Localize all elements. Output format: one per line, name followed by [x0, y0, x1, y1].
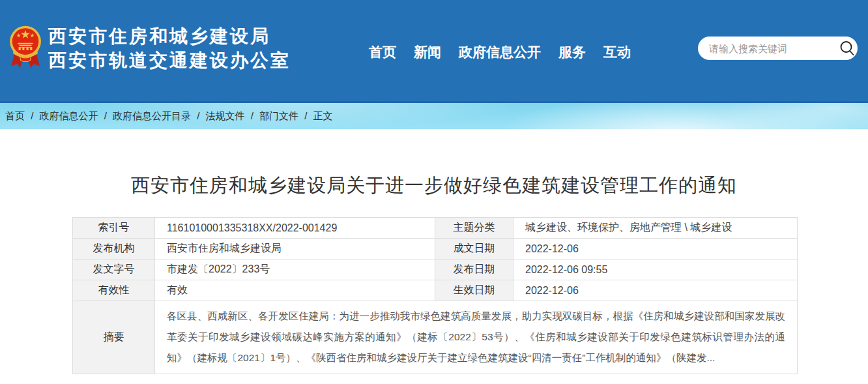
search-icon: [839, 40, 856, 57]
meta-label-issuing-agency: 发布机构: [73, 239, 155, 259]
meta-value-topic-category: 城乡建设、环境保护、房地产管理 \ 城乡建设: [514, 218, 798, 239]
site-title-line1: 西安市住房和城乡建设局: [48, 24, 291, 48]
meta-label-publish-date: 发布日期: [435, 259, 514, 280]
breadcrumb-separator: /: [251, 110, 253, 121]
breadcrumb-regulations[interactable]: 法规文件: [206, 110, 245, 121]
meta-row: 发文字号 市建发〔2022〕233号 发布日期 2022-12-06 09:55: [73, 259, 798, 280]
meta-label-validity: 有效性: [73, 280, 155, 301]
meta-row: 有效性 有效 生效日期 2022-12-06: [73, 280, 798, 301]
breadcrumb-separator: /: [31, 110, 33, 121]
breadcrumb-department-docs[interactable]: 部门文件: [259, 110, 298, 121]
meta-row-summary: 摘要 各区县、西咸新区、各开发区住建局：为进一步推动我市绿色建筑高质量发展，助力…: [73, 301, 798, 374]
site-title-line2: 西安市轨道交通建设办公室: [48, 48, 291, 72]
breadcrumb-gov-info[interactable]: 政府信息公开: [40, 110, 98, 121]
national-emblem-icon: [8, 22, 42, 74]
meta-label-effective-date: 生效日期: [435, 280, 514, 301]
document-title: 西安市住房和城乡建设局关于进一步做好绿色建筑建设管理工作的通知: [0, 173, 868, 199]
breadcrumb-separator: /: [197, 110, 199, 121]
meta-row: 索引号 1161010001335318XX/2022-001429 主题分类 …: [73, 218, 798, 239]
nav-item-home[interactable]: 首页: [369, 43, 396, 61]
nav-item-interaction[interactable]: 互动: [603, 43, 631, 61]
meta-label-document-number: 发文字号: [73, 259, 155, 280]
breadcrumb-home[interactable]: 首页: [5, 110, 25, 121]
nav-item-services[interactable]: 服务: [558, 43, 586, 61]
nav-item-news[interactable]: 新闻: [414, 43, 441, 61]
breadcrumb-gov-info-catalog[interactable]: 政府信息公开目录: [113, 110, 191, 121]
breadcrumb-separator: /: [104, 110, 107, 121]
main-nav: 首页 新闻 政府信息公开 服务 互动: [369, 43, 631, 61]
search-button[interactable]: [839, 38, 856, 58]
breadcrumb-current: 正文: [313, 110, 333, 121]
document-meta-table: 索引号 1161010001335318XX/2022-001429 主题分类 …: [72, 217, 798, 374]
search-box: [698, 37, 858, 60]
site-logo-brand[interactable]: 西安市住房和城乡建设局 西安市轨道交通建设办公室: [8, 22, 291, 74]
site-header: 西安市住房和城乡建设局 西安市轨道交通建设办公室 首页 新闻 政府信息公开 服务…: [0, 0, 868, 103]
meta-label-summary: 摘要: [73, 301, 155, 374]
breadcrumb-band: 首页 / 政府信息公开 / 政府信息公开目录 / 法规文件 / 部门文件 / 正…: [0, 103, 868, 129]
meta-row: 发布机构 西安市住房和城乡建设局 成文日期 2022-12-06: [73, 239, 798, 259]
meta-label-written-date: 成文日期: [435, 239, 514, 259]
page: { "colors": { "header_bg": "#2471B6", "b…: [0, 0, 868, 384]
meta-value-index-number: 1161010001335318XX/2022-001429: [155, 218, 435, 239]
nav-item-gov-info[interactable]: 政府信息公开: [459, 43, 541, 61]
article-content: 西安市住房和城乡建设局关于进一步做好绿色建筑建设管理工作的通知 索引号 1161…: [0, 173, 868, 374]
meta-value-effective-date: 2022-12-06: [514, 280, 798, 301]
meta-label-topic-category: 主题分类: [435, 218, 514, 239]
meta-label-index-number: 索引号: [73, 218, 155, 239]
meta-value-document-number: 市建发〔2022〕233号: [155, 259, 435, 280]
meta-value-publish-date: 2022-12-06 09:55: [514, 259, 798, 280]
site-title: 西安市住房和城乡建设局 西安市轨道交通建设办公室: [48, 24, 291, 72]
search-input[interactable]: [709, 43, 839, 54]
meta-value-issuing-agency: 西安市住房和城乡建设局: [155, 239, 435, 259]
meta-value-summary: 各区县、西咸新区、各开发区住建局：为进一步推动我市绿色建筑高质量发展，助力实现双…: [155, 301, 798, 374]
meta-value-written-date: 2022-12-06: [514, 239, 798, 259]
breadcrumb: 首页 / 政府信息公开 / 政府信息公开目录 / 法规文件 / 部门文件 / 正…: [0, 103, 868, 129]
breadcrumb-separator: /: [304, 110, 307, 121]
meta-value-validity: 有效: [155, 280, 435, 301]
